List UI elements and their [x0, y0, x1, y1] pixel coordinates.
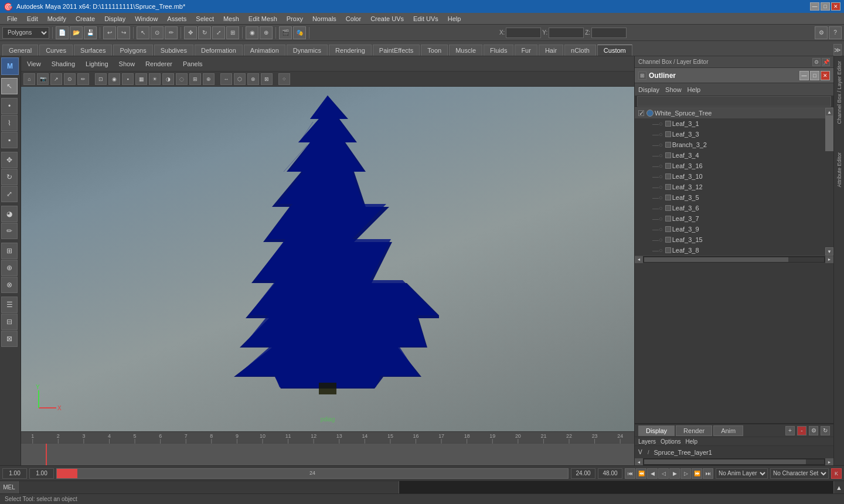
tabs-expand-btn[interactable]: ≫: [833, 44, 842, 56]
vp-object-btn[interactable]: ⊕: [203, 73, 215, 85]
soft-select-btn[interactable]: ◕: [1, 206, 18, 222]
scrollbar-down[interactable]: ▼: [825, 247, 833, 256]
layer-add-btn[interactable]: +: [785, 426, 795, 435]
playhead[interactable]: [46, 444, 47, 465]
lasso-btn[interactable]: ⊙: [151, 26, 164, 39]
menu-create-uvs[interactable]: Create UVs: [366, 14, 409, 23]
tab-render[interactable]: Render: [676, 425, 712, 436]
menu-color[interactable]: Color: [341, 14, 366, 23]
tab-fur[interactable]: Fur: [515, 45, 537, 56]
hscroll-thumb[interactable]: [644, 257, 788, 262]
outliner-item-leaf31[interactable]: —○ Leaf_3_1: [635, 118, 825, 129]
channel-pin-btn[interactable]: 📌: [822, 58, 830, 66]
render-btn[interactable]: 🎬: [279, 26, 292, 39]
close-button[interactable]: ✕: [831, 2, 840, 11]
vp-arrows-btn[interactable]: ↔: [220, 73, 232, 85]
scrub-bar[interactable]: 24: [56, 468, 569, 479]
outliner-search-input[interactable]: [637, 96, 831, 107]
viewport-view-menu[interactable]: View: [25, 59, 43, 69]
select-tool-btn[interactable]: ↖: [1, 78, 18, 94]
layer-refresh-btn[interactable]: ↻: [821, 426, 830, 435]
outliner-item-leaf38[interactable]: —○ Leaf_3_8: [635, 245, 825, 256]
tab-fluids[interactable]: Fluids: [484, 45, 513, 56]
outliner-item-leaf33[interactable]: —○ Leaf_3_3: [635, 129, 825, 139]
tab-surfaces[interactable]: Surfaces: [74, 45, 112, 56]
menu-select[interactable]: Select: [191, 14, 219, 23]
menu-mesh[interactable]: Mesh: [219, 14, 244, 23]
tab-deformation[interactable]: Deformation: [195, 45, 243, 56]
vp-paint-btn[interactable]: ✏: [77, 73, 89, 85]
tab-animation[interactable]: Animation: [244, 45, 285, 56]
render-layer-btn[interactable]: ⊟: [1, 314, 18, 330]
paint-tool-btn[interactable]: ✏: [1, 223, 18, 239]
scrollbar-track[interactable]: [825, 116, 833, 247]
menu-edit-mesh[interactable]: Edit Mesh: [244, 14, 282, 23]
history-btn[interactable]: ⊕: [260, 26, 273, 39]
tab-toon[interactable]: Toon: [421, 45, 448, 56]
menu-normals[interactable]: Normals: [308, 14, 341, 23]
menu-edit[interactable]: Edit: [22, 14, 43, 23]
x-input[interactable]: [506, 28, 541, 38]
viewport-lighting-menu[interactable]: Lighting: [83, 59, 111, 69]
tab-custom[interactable]: Custom: [597, 45, 632, 56]
outliner-item-leaf315[interactable]: —○ Leaf_3_15: [635, 234, 825, 245]
jump-end-btn[interactable]: ⏭: [703, 468, 713, 479]
viewport-renderer-menu[interactable]: Renderer: [143, 59, 175, 69]
range-start-input[interactable]: 1.00: [29, 468, 54, 479]
outliner-show-menu[interactable]: Show: [665, 86, 682, 93]
open-file-btn[interactable]: 📂: [70, 26, 83, 39]
vp-wireframe-btn[interactable]: ⊡: [95, 73, 107, 85]
play-back-btn[interactable]: ◁: [658, 468, 669, 479]
mode-dropdown[interactable]: Polygons: [2, 27, 49, 39]
outliner-item-leaf316[interactable]: —○ Leaf_3_16: [635, 161, 825, 171]
edge-tool-btn[interactable]: ⌇: [1, 115, 18, 131]
anim-layer-dropdown[interactable]: No Anim Layer: [716, 468, 768, 479]
move-tool-btn[interactable]: ✥: [1, 152, 18, 168]
settings-btn[interactable]: ⚙: [815, 26, 828, 39]
outliner-item-leaf36[interactable]: —○ Leaf_3_6: [635, 203, 825, 213]
scrollbar-thumb[interactable]: [825, 116, 833, 151]
char-set-dropdown[interactable]: No Character Set: [770, 468, 829, 479]
layer-delete-btn[interactable]: -: [797, 426, 806, 435]
menu-display[interactable]: Display: [100, 14, 130, 23]
vp-textured-btn[interactable]: ▦: [135, 73, 147, 85]
maya-logo-btn[interactable]: M: [1, 57, 19, 75]
outliner-item-leaf39[interactable]: —○ Leaf_3_9: [635, 224, 825, 234]
vp-flat-btn[interactable]: ▪: [122, 73, 134, 85]
outliner-tree[interactable]: ✓ White_Spruce_Tree —○ Leaf_3_1: [635, 108, 833, 423]
layer-scroll-left[interactable]: ◄: [635, 458, 643, 465]
max-time-input[interactable]: [598, 468, 622, 479]
layer-item[interactable]: V / Spruce_Tree_layer1: [635, 445, 833, 458]
outliner-display-menu[interactable]: Display: [638, 86, 659, 93]
snap-grid-btn[interactable]: ⊞: [1, 243, 18, 259]
vp-camera-btn[interactable]: 📷: [37, 73, 49, 85]
hscroll-left[interactable]: ◄: [635, 256, 643, 263]
layers-link[interactable]: Layers: [638, 438, 656, 445]
hscroll-track[interactable]: [644, 257, 824, 262]
menu-window[interactable]: Window: [130, 14, 162, 23]
step-back-btn[interactable]: ◀: [647, 468, 658, 479]
menu-help[interactable]: Help: [443, 14, 466, 23]
viewport[interactable]: pdiag X Y: [21, 87, 634, 431]
rotate-btn[interactable]: ↻: [198, 26, 211, 39]
outliner-restore[interactable]: □: [810, 71, 819, 80]
tab-subdivs[interactable]: Subdives: [154, 45, 193, 56]
tab-painteffects[interactable]: PaintEffects: [373, 45, 420, 56]
outliner-close[interactable]: ✕: [821, 71, 830, 80]
layer-options-btn[interactable]: ⚙: [809, 426, 818, 435]
vp-dots-btn[interactable]: ⁘: [278, 73, 290, 85]
ipr-btn[interactable]: 🎭: [293, 26, 306, 39]
vp-select2-btn[interactable]: ⊗: [247, 73, 259, 85]
tab-curves[interactable]: Curves: [39, 45, 73, 56]
outliner-item-leaf312[interactable]: —○ Leaf_3_12: [635, 182, 825, 192]
play-btn[interactable]: ▶: [669, 468, 680, 479]
vp-xray-btn[interactable]: ◌: [176, 73, 188, 85]
layer-scroll-track[interactable]: [644, 459, 824, 464]
rotate-tool-btn[interactable]: ↻: [1, 169, 18, 185]
display-layer-btn[interactable]: ⊠: [1, 331, 18, 347]
menu-create[interactable]: Create: [71, 14, 100, 23]
menu-edit-uvs[interactable]: Edit UVs: [409, 14, 443, 23]
options-link[interactable]: Options: [661, 438, 680, 445]
vp-light-btn[interactable]: ☀: [149, 73, 161, 85]
channel-box-strip-label[interactable]: Channel Box / Layer Editor: [836, 59, 842, 127]
